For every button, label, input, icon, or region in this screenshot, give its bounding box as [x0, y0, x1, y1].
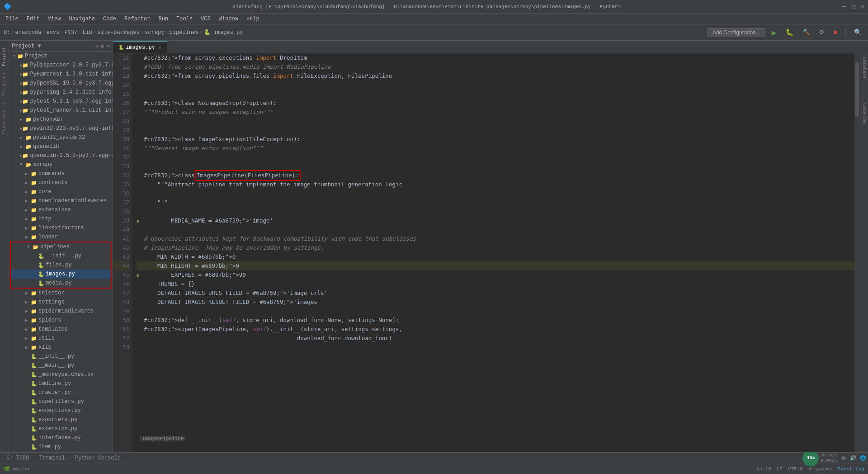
- favorites-tab[interactable]: Favorites: [1, 107, 8, 137]
- breadcrumb-pipelines[interactable]: pipelines: [170, 29, 199, 36]
- tree-item-6[interactable]: ▶📁pythonwin: [9, 115, 113, 124]
- tree-item-19[interactable]: ▶📁loader: [9, 232, 113, 242]
- breadcrumb-py37[interactable]: PY37: [64, 29, 77, 36]
- tab-terminal[interactable]: Terminal: [34, 453, 70, 463]
- menu-item-code[interactable]: Code: [99, 15, 120, 23]
- breadcrumb-images-py[interactable]: 🐍 images.py: [204, 29, 243, 36]
- tree-item-1[interactable]: ▶📁PyHamcrest-1.9.0.dist-info: [9, 70, 113, 79]
- menu-item-vcs[interactable]: VCS: [197, 15, 214, 23]
- close-button[interactable]: ✕: [861, 3, 864, 10]
- tab-images-py[interactable]: 🐍 images.py ✕: [113, 41, 167, 53]
- tab-close-button[interactable]: ✕: [159, 45, 161, 50]
- breadcrumb-anaconda[interactable]: anaconda: [15, 29, 42, 36]
- tree-item-29[interactable]: ▶📁templates: [9, 325, 113, 334]
- tree-item-31[interactable]: ▶📁xlib: [9, 343, 113, 352]
- tree-item-26[interactable]: ▶📁settings: [9, 298, 113, 307]
- database-icon[interactable]: Database: [862, 55, 867, 81]
- tree-item-15[interactable]: ▶📁downloadermiddlewares: [9, 196, 113, 205]
- tree-item-36[interactable]: 🐍crawler.py: [9, 388, 113, 397]
- menu-item-file[interactable]: File: [2, 15, 22, 23]
- tree-item-21[interactable]: 🐍__init__.py: [11, 251, 111, 261]
- tree-item-18[interactable]: ▶📁linkextractors: [9, 223, 113, 232]
- tree-item-41[interactable]: 🐍interfaces.py: [9, 433, 113, 442]
- tree-item-17[interactable]: ▶📁http: [9, 214, 113, 223]
- project-tab[interactable]: Project: [1, 44, 8, 69]
- minimize-button[interactable]: —: [842, 3, 846, 10]
- tree-item-24[interactable]: 🐍media.py: [11, 279, 111, 288]
- line-col-indicator[interactable]: 44:19: [756, 466, 771, 472]
- tree-item-39[interactable]: 🐍exporters.py: [9, 415, 113, 424]
- breadcrumb-site-packages[interactable]: site-packages: [97, 29, 140, 36]
- run-button[interactable]: ▶: [769, 27, 779, 38]
- tree-item-10[interactable]: ▶📁queuelib-1.5.0-py3.7.egg-info: [9, 151, 113, 160]
- ime-icon[interactable]: 英: [841, 455, 846, 461]
- debug-button[interactable]: 🐛: [783, 28, 796, 37]
- tree-item-12[interactable]: ▶📁commands: [9, 169, 113, 178]
- expand-icon[interactable]: ⊞: [101, 43, 104, 49]
- tree-item-3[interactable]: ▶📁pyparsing-2.4.2.dist-info: [9, 88, 113, 97]
- tree-item-11[interactable]: ▼📂scrapy: [9, 160, 113, 169]
- editor-scrollbar[interactable]: [854, 53, 860, 452]
- todo-flow-icon[interactable]: TODOFlow: [862, 100, 867, 126]
- tree-item-13[interactable]: ▶📁contracts: [9, 178, 113, 187]
- breadcrumb-lib[interactable]: Lib: [82, 29, 92, 36]
- tree-item-37[interactable]: 🐍dupefilters.py: [9, 397, 113, 406]
- tree-item-9[interactable]: ▶📁queuelib: [9, 142, 113, 151]
- tab-python-console[interactable]: Python Console: [71, 453, 125, 463]
- encoding-indicator[interactable]: UTF-8: [788, 466, 803, 472]
- tree-item-35[interactable]: 🐍cmdline.py: [9, 379, 113, 388]
- menu-item-refactor[interactable]: Refactor: [121, 15, 154, 23]
- tree-item-0[interactable]: ▶📁PyDispatcher-2.0.5-py3.7.egg-info: [9, 61, 113, 70]
- event-log-link[interactable]: Event Log: [838, 466, 864, 472]
- tree-item-16[interactable]: ▶📁extensions: [9, 205, 113, 214]
- menu-item-help[interactable]: Help: [243, 15, 263, 23]
- menu-item-navigate[interactable]: Navigate: [65, 15, 99, 23]
- tree-item-40[interactable]: 🐍extension.py: [9, 424, 113, 433]
- tree-item-43[interactable]: 🐍link.py: [9, 451, 113, 452]
- tab-todo[interactable]: 6: TODO: [2, 453, 33, 463]
- tree-item-30[interactable]: ▶📁utils: [9, 334, 113, 343]
- tree-item-7[interactable]: ▶📁pywin32-223-py3.7.egg-info: [9, 124, 113, 133]
- tree-item-34[interactable]: 🐍_monkeypatches.py: [9, 370, 113, 379]
- tree-item-42[interactable]: 🐍item.py: [9, 442, 113, 451]
- menu-item-tools[interactable]: Tools: [173, 15, 196, 23]
- tree-item-23[interactable]: 🐍images.py: [11, 270, 111, 279]
- lf-indicator[interactable]: LF: [777, 466, 783, 472]
- tree-item-8[interactable]: ▶📁pywin32_system32: [9, 133, 113, 142]
- tree-item-28[interactable]: ▶📁spiders: [9, 316, 113, 325]
- add-configuration-button[interactable]: Add Configuration...: [708, 28, 765, 37]
- tree-item-5[interactable]: ▶📁pytest_runner-5.1.dist-info: [9, 106, 113, 115]
- menu-item-window[interactable]: Window: [215, 15, 242, 23]
- close-panel-icon[interactable]: ✕: [107, 43, 110, 49]
- tree-item-27[interactable]: ▶📁spidermiddlewares: [9, 307, 113, 316]
- build-button[interactable]: 🔨: [800, 28, 813, 37]
- menu-item-edit[interactable]: Edit: [23, 15, 43, 23]
- tree-item-4[interactable]: ▶📁pytest-5.0.1-py3.7.egg-info: [9, 97, 113, 106]
- git-branch[interactable]: 🌿 master: [4, 466, 31, 472]
- tree-item-2[interactable]: ▶📁pyOpenSSL-19.0.0-py3.7.egg-info: [9, 79, 113, 88]
- tree-item-20[interactable]: ▼📂pipelines: [11, 242, 111, 251]
- maximize-button[interactable]: ❐: [851, 3, 855, 10]
- structure-tab[interactable]: 2: Structure: [1, 69, 8, 107]
- menu-item-run[interactable]: Run: [155, 15, 172, 23]
- tree-item-38[interactable]: 🐍exceptions.py: [9, 406, 113, 415]
- breadcrumb-d[interactable]: D:: [4, 29, 10, 36]
- code-editor[interactable]: #cc7832;">from scrapy.exceptions import …: [132, 53, 854, 452]
- tree-item-33[interactable]: 🐍__main__.py: [9, 361, 113, 370]
- project-label: Project ▼: [12, 43, 41, 49]
- indent-indicator[interactable]: 4 spaces: [808, 466, 832, 472]
- tree-item-32[interactable]: 🐍__init__.py: [9, 352, 113, 361]
- breadcrumb-envs[interactable]: envs: [46, 29, 59, 36]
- taskbar-icon-2[interactable]: 🌐: [860, 455, 866, 461]
- run-config-button[interactable]: ⟳: [816, 28, 827, 37]
- tree-item-22[interactable]: 🐍files.py: [11, 261, 111, 270]
- stop-button[interactable]: ■: [831, 28, 840, 37]
- tree-item-project-root[interactable]: ▼📁Project: [9, 52, 113, 61]
- tree-item-14[interactable]: ▶📁core: [9, 187, 113, 196]
- tree-item-25[interactable]: ▶📁selector: [9, 289, 113, 298]
- breadcrumb-scrapy[interactable]: scrapy: [145, 29, 164, 36]
- search-everywhere-button[interactable]: 🔍: [851, 28, 864, 37]
- menu-item-view[interactable]: View: [44, 15, 65, 23]
- taskbar-icon-1[interactable]: 🔊: [850, 455, 856, 461]
- gear-icon[interactable]: ⚙: [95, 43, 99, 49]
